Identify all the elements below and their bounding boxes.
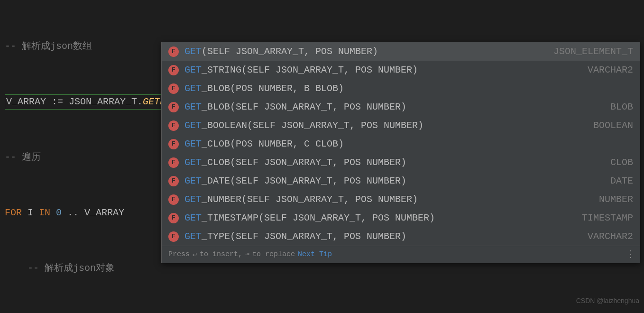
keyword: IN: [39, 203, 50, 222]
autocomplete-signature: GET_CLOB(POS NUMBER, C CLOB): [184, 135, 627, 153]
autocomplete-popup[interactable]: FGET(SELF JSON_ARRAY_T, POS NUMBER)JSON_…: [161, 42, 640, 263]
autocomplete-item[interactable]: FGET_TYPE(SELF JSON_ARRAY_T, POS NUMBER)…: [162, 227, 640, 246]
footer-text: to replace: [252, 245, 295, 264]
autocomplete-signature: GET_BOOLEAN(SELF JSON_ARRAY_T, POS NUMBE…: [184, 116, 588, 135]
code-text: V_ARRAY := JSON_ARRAY_T.: [6, 96, 143, 107]
autocomplete-item[interactable]: FGET_BOOLEAN(SELF JSON_ARRAY_T, POS NUMB…: [162, 116, 640, 135]
autocomplete-signature: GET_TIMESTAMP(SELF JSON_ARRAY_T, POS NUM…: [184, 209, 576, 227]
footer-text: Press: [168, 245, 190, 264]
function-icon: F: [168, 46, 179, 57]
autocomplete-item[interactable]: FGET_DATE(SELF JSON_ARRAY_T, POS NUMBER)…: [162, 172, 640, 190]
function-icon: F: [168, 213, 179, 223]
function-icon: F: [168, 176, 179, 186]
autocomplete-item[interactable]: FGET_BLOB(POS NUMBER, B BLOB): [162, 79, 640, 98]
footer-text: to insert,: [200, 245, 242, 264]
autocomplete-signature: GET_NUMBER(SELF JSON_ARRAY_T, POS NUMBER…: [184, 190, 593, 209]
code-text: ..: [67, 203, 84, 222]
autocomplete-item[interactable]: FGET_CLOB(SELF JSON_ARRAY_T, POS NUMBER)…: [162, 153, 640, 172]
autocomplete-signature: GET_BLOB(POS NUMBER, B BLOB): [184, 79, 627, 98]
autocomplete-item[interactable]: FGET(SELF JSON_ARRAY_T, POS NUMBER)JSON_…: [162, 42, 640, 61]
next-tip-link[interactable]: Next Tip: [298, 245, 332, 264]
autocomplete-return-type: VARCHAR2: [588, 61, 633, 79]
keyword: FOR: [5, 203, 22, 222]
autocomplete-signature: GET_DATE(SELF JSON_ARRAY_T, POS NUMBER): [184, 172, 605, 190]
code-text: I: [22, 203, 39, 222]
autocomplete-signature: GET_CLOB(SELF JSON_ARRAY_T, POS NUMBER): [184, 153, 605, 172]
autocomplete-footer: Press ↵ to insert, ⇥ to replace Next Tip…: [162, 246, 640, 263]
autocomplete-return-type: JSON_ELEMENT_T: [553, 42, 633, 61]
autocomplete-item[interactable]: FGET_BLOB(SELF JSON_ARRAY_T, POS NUMBER)…: [162, 98, 640, 116]
function-icon: F: [168, 120, 179, 131]
autocomplete-signature: GET_TYPE(SELF JSON_ARRAY_T, POS NUMBER): [184, 227, 582, 246]
function-icon: F: [168, 157, 179, 168]
autocomplete-signature: GET_BLOB(SELF JSON_ARRAY_T, POS NUMBER): [184, 98, 605, 116]
autocomplete-return-type: TIMESTAMP: [582, 209, 633, 227]
function-icon: F: [168, 139, 179, 149]
autocomplete-return-type: BOOLEAN: [593, 116, 633, 135]
function-icon: F: [168, 83, 179, 94]
number: 0: [50, 203, 67, 222]
tab-icon: ⇥: [245, 245, 249, 264]
autocomplete-return-type: NUMBER: [599, 190, 633, 209]
autocomplete-return-type: DATE: [610, 172, 633, 190]
function-icon: F: [168, 65, 179, 75]
autocomplete-item[interactable]: FGET_TIMESTAMP(SELF JSON_ARRAY_T, POS NU…: [162, 209, 640, 227]
autocomplete-return-type: VARCHAR2: [588, 227, 633, 246]
autocomplete-item[interactable]: FGET_STRING(SELF JSON_ARRAY_T, POS NUMBE…: [162, 61, 640, 79]
comment: -- 解析成json数组: [5, 37, 92, 55]
watermark: CSDN @laizhenghua: [576, 292, 639, 310]
autocomplete-item[interactable]: FGET_CLOB(POS NUMBER, C CLOB): [162, 135, 640, 153]
autocomplete-return-type: BLOB: [610, 98, 633, 116]
comment: -- 遍历: [5, 148, 41, 166]
autocomplete-signature: GET(SELF JSON_ARRAY_T, POS NUMBER): [184, 42, 548, 61]
autocomplete-return-type: CLOB: [610, 153, 633, 172]
code-text: V_ARRAY: [84, 203, 124, 222]
autocomplete-signature: GET_STRING(SELF JSON_ARRAY_T, POS NUMBER…: [184, 61, 582, 79]
comment: -- 解析成json对象: [5, 259, 115, 277]
autocomplete-item[interactable]: FGET_NUMBER(SELF JSON_ARRAY_T, POS NUMBE…: [162, 190, 640, 209]
function-icon: F: [168, 102, 179, 112]
function-icon: F: [168, 231, 179, 242]
more-icon[interactable]: ⋮: [626, 245, 635, 264]
function-icon: F: [168, 194, 179, 205]
enter-icon: ↵: [193, 245, 197, 264]
